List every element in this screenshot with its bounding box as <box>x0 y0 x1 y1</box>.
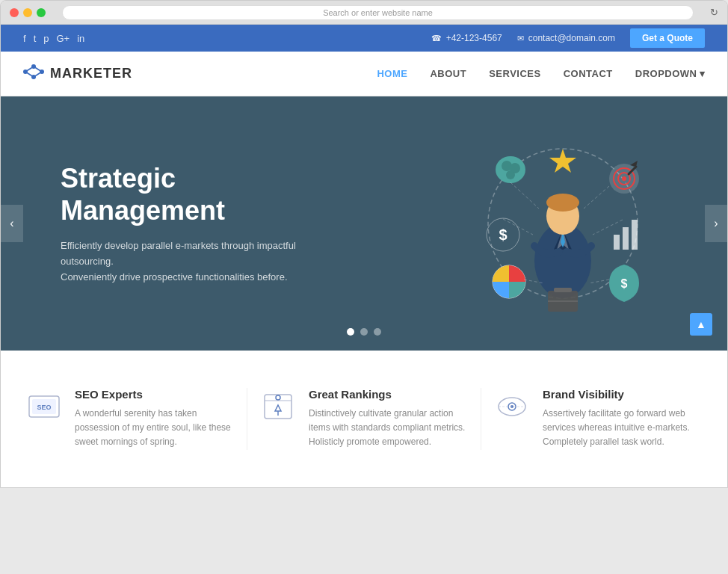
svg-marker-28 <box>549 149 576 173</box>
feature-visibility: Brand Visibility Assertively facilitate … <box>493 388 703 450</box>
rankings-icon-wrap <box>259 388 297 425</box>
phone-contact: ☎ +42-123-4567 <box>431 33 502 43</box>
visibility-icon-wrap <box>493 388 531 425</box>
svg-point-27 <box>506 170 515 179</box>
svg-line-40 <box>593 220 623 235</box>
main-navigation: MARKETER HOME ABOUT SERVICES CONTACT DRO… <box>1 52 727 96</box>
linkedin-icon[interactable]: in <box>77 33 84 44</box>
dot-2[interactable] <box>360 328 368 336</box>
nav-links: HOME ABOUT SERVICES CONTACT DROPDOWN ▾ <box>377 68 705 79</box>
nav-home[interactable]: HOME <box>377 68 407 79</box>
slider-next-button[interactable]: › <box>705 205 727 242</box>
slider-dots <box>347 328 381 336</box>
topbar: f t p G+ in ☎ +42-123-4567 ✉ contact@dom… <box>1 25 727 52</box>
dot-3[interactable] <box>374 328 381 336</box>
email-contact: ✉ contact@domain.com <box>517 33 615 43</box>
divider-2 <box>481 388 481 450</box>
hero-description: Efficiently develop parallel e-markets t… <box>61 238 304 285</box>
address-placeholder: Search or enter website name <box>323 8 433 17</box>
scroll-top-button[interactable]: ▲ <box>690 313 712 336</box>
svg-line-6 <box>34 72 42 77</box>
phone-icon: ☎ <box>431 34 442 43</box>
feature-seo-text: SEO Experts A wonderful serenity has tak… <box>75 388 235 450</box>
svg-point-15 <box>546 194 579 212</box>
svg-line-7 <box>25 72 34 77</box>
svg-point-32 <box>622 176 626 181</box>
svg-text:$: $ <box>499 226 507 243</box>
get-quote-button[interactable]: Get a Quote <box>630 28 705 48</box>
feature-visibility-desc: Assertively facilitate go forward web se… <box>543 407 703 450</box>
nav-services[interactable]: SERVICES <box>489 68 541 79</box>
seo-icon: SEO <box>28 390 61 423</box>
slider-prev-button[interactable]: ‹ <box>1 205 23 242</box>
refresh-icon[interactable]: ↻ <box>710 7 718 18</box>
svg-text:$: $ <box>621 277 628 290</box>
svg-line-38 <box>584 186 609 209</box>
feature-rankings: Great Rankings Distinctively cultivate g… <box>259 388 469 450</box>
svg-rect-22 <box>623 227 629 250</box>
hero-content: Strategic Management Efficiently develop… <box>1 162 364 286</box>
feature-rankings-desc: Distinctively cultivate granular action … <box>309 407 469 450</box>
feature-visibility-text: Brand Visibility Assertively facilitate … <box>543 388 703 450</box>
svg-line-39 <box>503 219 533 235</box>
googleplus-icon[interactable]: G+ <box>56 33 70 44</box>
dot-1[interactable] <box>347 328 354 336</box>
logo-icon <box>23 64 44 84</box>
chevron-down-icon: ▾ <box>700 68 706 79</box>
feature-rankings-text: Great Rankings Distinctively cultivate g… <box>309 388 469 450</box>
hero-illustration: $ <box>443 119 682 328</box>
visibility-icon <box>496 390 528 423</box>
address-bar[interactable]: Search or enter website name <box>62 5 694 20</box>
features-section: SEO SEO Experts A wonderful serenity has… <box>1 351 727 487</box>
feature-visibility-title: Brand Visibility <box>543 388 703 401</box>
minimize-btn[interactable] <box>23 8 32 17</box>
email-icon: ✉ <box>517 34 524 43</box>
maximize-btn[interactable] <box>37 8 46 17</box>
svg-rect-23 <box>632 220 638 250</box>
svg-line-37 <box>510 182 539 209</box>
pinterest-icon[interactable]: p <box>43 33 49 44</box>
browser-titlebar: Search or enter website name ↻ <box>1 1 727 25</box>
logo[interactable]: MARKETER <box>23 64 132 84</box>
nav-contact[interactable]: CONTACT <box>564 68 613 79</box>
svg-line-4 <box>25 67 34 72</box>
logo-text: MARKETER <box>50 66 132 81</box>
feature-seo-desc: A wonderful serenity has taken possessio… <box>75 407 235 450</box>
feature-rankings-title: Great Rankings <box>309 388 469 401</box>
svg-rect-21 <box>614 235 620 250</box>
svg-text:SEO: SEO <box>37 404 51 411</box>
rankings-icon <box>262 390 294 423</box>
svg-marker-49 <box>275 405 281 411</box>
seo-icon-wrap: SEO <box>25 388 63 425</box>
topbar-right: ☎ +42-123-4567 ✉ contact@domain.com Get … <box>431 28 705 48</box>
browser-window: Search or enter website name ↻ f t p G+ … <box>0 0 728 488</box>
svg-line-42 <box>589 280 609 283</box>
svg-line-5 <box>34 67 42 72</box>
feature-seo-title: SEO Experts <box>75 388 235 401</box>
close-btn[interactable] <box>10 8 19 17</box>
facebook-icon[interactable]: f <box>23 33 26 44</box>
nav-about[interactable]: ABOUT <box>430 68 466 79</box>
nav-dropdown[interactable]: DROPDOWN ▾ <box>635 68 705 79</box>
twitter-icon[interactable]: t <box>34 33 37 44</box>
social-icons-group: f t p G+ in <box>23 33 84 44</box>
feature-seo: SEO SEO Experts A wonderful serenity has… <box>25 388 235 450</box>
svg-rect-17 <box>554 288 572 292</box>
website-content: f t p G+ in ☎ +42-123-4567 ✉ contact@dom… <box>1 25 727 487</box>
hero-slider: Strategic Management Efficiently develop… <box>1 96 727 351</box>
svg-point-48 <box>276 395 280 400</box>
hero-title: Strategic Management <box>61 162 304 226</box>
divider-1 <box>247 388 247 450</box>
